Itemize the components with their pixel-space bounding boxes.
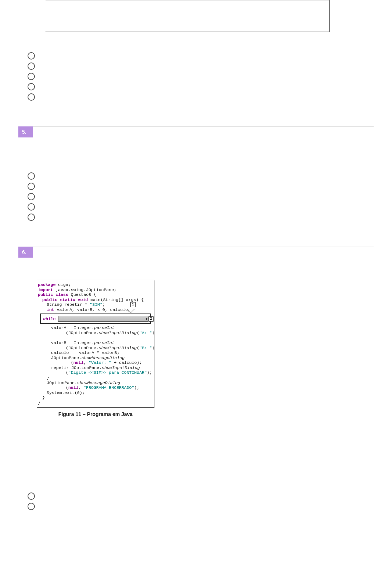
radio-icon[interactable] [28,492,35,500]
code-token: public static void [42,297,88,302]
q5-option-row[interactable] [28,214,374,221]
code-token: JOptionPane. [51,355,82,360]
code-token: )); [152,345,154,350]
q6-figure-caption: Figura 11 – Programa em Java [37,411,154,417]
q4-option-row[interactable] [28,73,374,80]
q5-option-label [39,215,374,220]
radio-icon[interactable] [28,183,35,190]
q4-option-row[interactable] [28,83,374,90]
code-token: String repetir = [47,302,90,307]
q6-number: 6. [18,247,33,258]
radio-icon[interactable] [28,203,35,211]
q4-option-row[interactable] [28,62,374,70]
code-token: } [42,395,45,400]
code-token: ciga; [55,282,71,287]
q5-option-label [39,173,374,179]
q5-option-row[interactable] [28,203,374,211]
q4-option-label [39,74,374,79]
q5-option-row[interactable] [28,193,374,200]
q6-text [33,247,374,258]
radio-icon[interactable] [28,214,35,221]
q4-option-label [39,84,374,89]
q5-option-group [28,172,374,221]
q5-option-label [39,184,374,189]
code-token: ); [134,385,139,390]
code-token: } [38,400,40,405]
q6-option-row[interactable] [28,492,374,500]
code-token: null [68,385,79,390]
q6-option-label [39,494,374,499]
code-token: ( [66,385,68,390]
code-token: package [38,282,55,287]
radio-icon[interactable] [28,52,35,60]
radio-icon[interactable] [28,503,35,510]
code-while-line: while 2 [40,313,151,324]
code-token: javax.swing.JOptionPane; [53,287,116,292]
q6-header: 6. [18,247,374,258]
code-token: repetir=JOptionPane. [51,365,102,370]
code-blank-fill: 2 [58,316,148,322]
q4-option-row[interactable] [28,93,374,101]
code-token: (JOptionPane. [66,330,99,335]
q5-option-label [39,204,374,209]
radio-icon[interactable] [28,93,35,101]
code-token: QuestaoB { [68,292,96,297]
code-token: "Valor: " [89,360,111,365]
code-token: while [43,316,56,322]
q5-text [33,126,374,137]
code-token: ( [66,360,73,365]
code-token: valorA, valorB, x=0, calculo; [54,307,130,312]
q6-option-group [28,492,374,510]
code-token: calculo = valorA * valorB; [51,350,119,355]
code-token: main(String[] args) { [88,297,144,302]
code-token: + calculo); [111,360,142,365]
code-token: "B: " [139,345,152,350]
q5-header: 5. [18,126,374,137]
q4-option-label [39,94,374,100]
q4-option-row[interactable] [28,52,374,60]
code-token: parseInt [94,325,114,330]
code-token: JOptionPane. [47,380,77,385]
code-token: import [38,287,53,292]
callout-2: 2 [148,316,154,322]
code-token: ; [103,302,105,307]
radio-icon[interactable] [28,172,35,180]
radio-icon[interactable] [28,62,35,70]
code-token: "A: " [139,330,152,335]
code-token: } [47,375,49,380]
q5-option-label [39,194,374,199]
code-token: valorB = Integer. [51,340,94,345]
code-token: showInputDialog [102,365,140,370]
radio-icon[interactable] [28,73,35,80]
code-token: valorA = Integer. [51,325,94,330]
q4-option-label [39,53,374,58]
code-token: public class [38,292,68,297]
code-token: System.exit(0); [47,390,85,395]
code-token: "SIM" [90,302,103,307]
q5-option-row[interactable] [28,183,374,190]
code-token: (JOptionPane. [66,345,99,350]
code-token: int [47,307,54,312]
document-page: 5. [0,0,392,577]
q4-option-label [39,64,374,69]
q6-option-row[interactable] [28,503,374,510]
code-token: "PROGRAMA ENCERRADO" [83,385,134,390]
q5-option-row[interactable] [28,172,374,180]
radio-icon[interactable] [28,193,35,200]
code-token: null [73,360,84,365]
q5-number: 5. [18,126,33,137]
code-token: showMessageDialog [82,355,125,360]
q6-option-label [39,504,374,509]
code-token: )); [152,330,154,335]
code-token: showInputDialog [99,330,137,335]
code-token: , [79,385,84,390]
code-token: showInputDialog [99,345,137,350]
code-token: ( [66,370,68,375]
code-token: showMessageDialog [77,380,120,385]
code-box: package ciga; import javax.swing.JOption… [37,280,154,408]
q4-option-group [28,52,374,101]
q4-figure-box [45,0,330,32]
radio-icon[interactable] [28,83,35,90]
code-token: parseInt [94,340,114,345]
code-token: "Digite <<SIM>> para CONTINUAR" [68,370,147,375]
